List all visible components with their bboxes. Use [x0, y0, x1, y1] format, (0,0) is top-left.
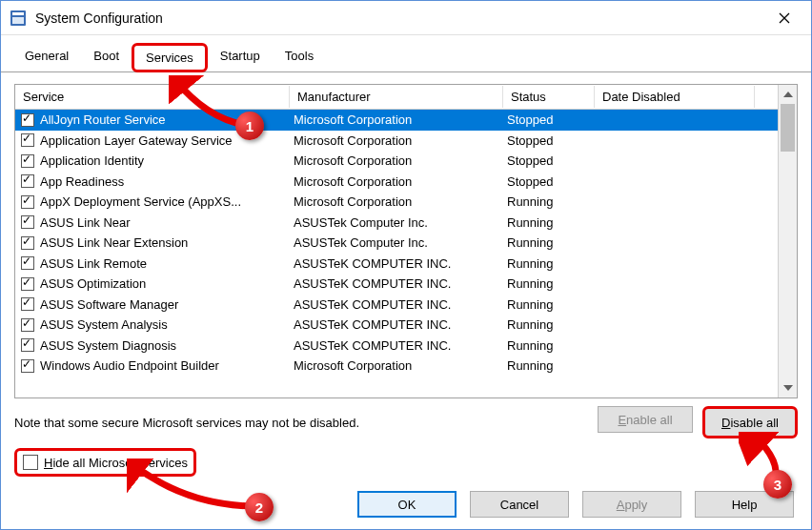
system-configuration-window: System Configuration General Boot Servic…: [0, 0, 812, 530]
close-icon: [779, 12, 790, 24]
hide-microsoft-services-checkbox[interactable]: [23, 455, 38, 470]
col-header-date-disabled[interactable]: Date Disabled: [595, 86, 755, 108]
service-row[interactable]: ASUS Link NearASUSTek Computer Inc.Runni…: [15, 213, 778, 234]
tab-services[interactable]: Services: [132, 43, 208, 72]
service-row[interactable]: ASUS OptimizationASUSTeK COMPUTER INC.Ru…: [15, 274, 778, 295]
service-row[interactable]: AppX Deployment Service (AppXS...Microso…: [15, 192, 778, 213]
service-status: Stopped: [503, 153, 595, 168]
tab-bar: General Boot Services Startup Tools: [1, 35, 811, 72]
service-checkbox-cell[interactable]: [15, 318, 36, 332]
service-name: App Readiness: [36, 174, 290, 189]
service-checkbox-cell[interactable]: [15, 256, 36, 270]
service-checkbox[interactable]: [21, 236, 34, 250]
service-checkbox[interactable]: [21, 277, 34, 291]
service-checkbox[interactable]: [21, 113, 34, 127]
service-checkbox[interactable]: [21, 133, 34, 147]
service-name: ASUS Optimization: [36, 276, 290, 291]
service-status: Stopped: [503, 174, 595, 189]
service-checkbox-cell[interactable]: [15, 297, 36, 311]
titlebar: System Configuration: [1, 1, 811, 35]
apply-button[interactable]: Apply: [582, 491, 681, 518]
service-status: Running: [503, 194, 595, 209]
service-checkbox-cell[interactable]: [15, 133, 36, 147]
service-checkbox[interactable]: [21, 195, 34, 209]
window-title: System Configuration: [35, 10, 765, 26]
app-icon: [9, 9, 28, 28]
tab-tools[interactable]: Tools: [273, 43, 326, 71]
service-checkbox[interactable]: [21, 359, 34, 373]
scroll-thumb[interactable]: [781, 104, 795, 152]
svg-rect-2: [12, 17, 24, 24]
service-manufacturer: ASUSTeK COMPUTER INC.: [290, 338, 503, 353]
service-row[interactable]: ASUS System DiagnosisASUSTeK COMPUTER IN…: [15, 336, 778, 357]
service-checkbox-cell[interactable]: [15, 236, 36, 250]
close-button[interactable]: [765, 3, 803, 33]
service-manufacturer: Microsoft Corporation: [290, 194, 503, 209]
scroll-up-button[interactable]: [779, 85, 797, 104]
service-name: Windows Audio Endpoint Builder: [36, 358, 290, 373]
service-checkbox[interactable]: [21, 256, 34, 270]
service-status: Running: [503, 215, 595, 230]
service-manufacturer: ASUSTeK COMPUTER INC.: [290, 256, 503, 271]
service-row[interactable]: ASUS System AnalysisASUSTeK COMPUTER INC…: [15, 315, 778, 336]
service-status: Running: [503, 235, 595, 250]
tab-general[interactable]: General: [12, 43, 81, 71]
service-checkbox-cell[interactable]: [15, 215, 36, 229]
service-status: Running: [503, 317, 595, 332]
service-status: Running: [503, 297, 595, 312]
service-name: ASUS Link Near Extension: [36, 235, 290, 250]
service-checkbox[interactable]: [21, 338, 34, 352]
service-checkbox-cell[interactable]: [15, 338, 36, 352]
service-name: ASUS System Analysis: [36, 317, 290, 332]
service-checkbox[interactable]: [21, 318, 34, 332]
service-name: ASUS Link Remote: [36, 256, 290, 271]
service-status: Running: [503, 358, 595, 373]
svg-rect-1: [12, 12, 24, 15]
service-name: Application Identity: [36, 153, 290, 168]
service-row[interactable]: Application Layer Gateway ServiceMicroso…: [15, 131, 778, 152]
service-status: Stopped: [503, 112, 595, 127]
scroll-down-button[interactable]: [779, 378, 797, 398]
service-checkbox-cell[interactable]: [15, 154, 36, 168]
service-checkbox-cell[interactable]: [15, 113, 36, 127]
service-manufacturer: ASUSTek Computer Inc.: [290, 235, 503, 250]
service-checkbox[interactable]: [21, 174, 34, 188]
service-row[interactable]: App ReadinessMicrosoft CorporationStoppe…: [15, 172, 778, 193]
chevron-up-icon: [783, 92, 793, 97]
vertical-scrollbar[interactable]: [778, 85, 797, 398]
service-status: Running: [503, 338, 595, 353]
service-checkbox[interactable]: [21, 215, 34, 229]
service-status: Stopped: [503, 133, 595, 148]
service-row[interactable]: AllJoyn Router ServiceMicrosoft Corporat…: [15, 110, 778, 131]
service-manufacturer: ASUSTeK COMPUTER INC.: [290, 276, 503, 291]
service-row[interactable]: ASUS Link RemoteASUSTeK COMPUTER INC.Run…: [15, 254, 778, 275]
service-row[interactable]: Application IdentityMicrosoft Corporatio…: [15, 151, 778, 172]
service-manufacturer: ASUSTeK COMPUTER INC.: [290, 297, 503, 312]
service-row[interactable]: Windows Audio Endpoint BuilderMicrosoft …: [15, 356, 778, 377]
service-name: ASUS System Diagnosis: [36, 338, 290, 353]
services-panel: Service Manufacturer Status Date Disable…: [1, 72, 811, 488]
service-name: AppX Deployment Service (AppXS...: [36, 194, 290, 209]
tab-startup[interactable]: Startup: [208, 43, 273, 71]
ok-button[interactable]: OK: [357, 491, 457, 518]
col-header-manufacturer[interactable]: Manufacturer: [290, 86, 503, 108]
service-checkbox[interactable]: [21, 154, 34, 168]
service-manufacturer: Microsoft Corporation: [290, 112, 503, 127]
service-manufacturer: Microsoft Corporation: [290, 133, 503, 148]
dialog-buttons: OK Cancel Apply Help: [357, 491, 794, 518]
callout-arrow-2: [127, 459, 260, 516]
note-text: Note that some secure Microsoft services…: [14, 416, 598, 430]
service-checkbox-cell[interactable]: [15, 195, 36, 209]
service-row[interactable]: ASUS Link Near ExtensionASUSTek Computer…: [15, 233, 778, 254]
enable-all-button[interactable]: Enable all: [598, 406, 693, 433]
service-checkbox[interactable]: [21, 297, 34, 311]
service-checkbox-cell[interactable]: [15, 277, 36, 291]
service-checkbox-cell[interactable]: [15, 174, 36, 188]
service-row[interactable]: ASUS Software ManagerASUSTeK COMPUTER IN…: [15, 295, 778, 316]
col-header-status[interactable]: Status: [503, 86, 595, 108]
cancel-button[interactable]: Cancel: [470, 491, 569, 518]
tab-boot[interactable]: Boot: [81, 43, 132, 71]
service-checkbox-cell[interactable]: [15, 359, 36, 373]
service-name: ASUS Link Near: [36, 215, 290, 230]
services-list: Service Manufacturer Status Date Disable…: [14, 84, 798, 398]
